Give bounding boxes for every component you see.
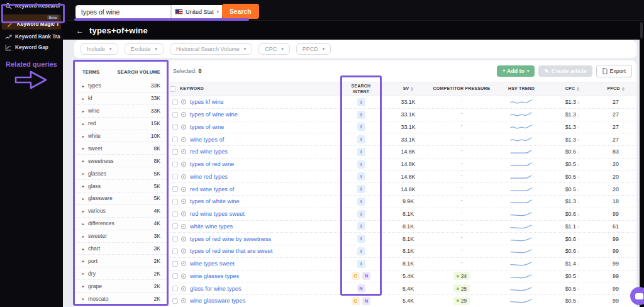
row-checkbox[interactable] xyxy=(172,261,178,267)
sort-icon[interactable] xyxy=(622,87,625,91)
row-checkbox[interactable] xyxy=(172,236,178,242)
term-row[interactable]: ▸wine33K xyxy=(74,105,168,118)
term-row[interactable]: ▸grape2K xyxy=(74,280,168,293)
keyword-link[interactable]: wine red types xyxy=(190,174,228,180)
expand-triangle-icon[interactable]: ▸ xyxy=(82,284,84,288)
sidebar-item-keyword-rank-trac[interactable]: Keyword Rank Trac... xyxy=(0,32,63,42)
keyword-link[interactable]: types of red wine by sweetness xyxy=(190,236,271,242)
target-icon[interactable] xyxy=(181,125,186,130)
filter-pill-include[interactable]: Include▾ xyxy=(80,43,118,55)
expand-triangle-icon[interactable]: ▸ xyxy=(82,209,84,213)
expand-triangle-icon[interactable]: ▸ xyxy=(82,146,84,150)
expand-triangle-icon[interactable]: ▸ xyxy=(82,247,84,251)
term-row[interactable]: ▸port2K xyxy=(74,255,168,267)
expand-triangle-icon[interactable]: ▸ xyxy=(82,159,84,163)
target-icon[interactable] xyxy=(181,286,186,291)
keyword-search-input[interactable] xyxy=(75,5,171,19)
keyword-link[interactable]: types of white wine xyxy=(190,198,240,204)
target-icon[interactable] xyxy=(181,149,186,154)
filter-pill-ppcd[interactable]: PPCD▾ xyxy=(296,43,331,55)
term-row[interactable]: ▸kf33K xyxy=(74,92,168,105)
row-checkbox[interactable] xyxy=(172,124,178,130)
term-row[interactable]: ▸sweet8K xyxy=(74,142,168,155)
keyword-link[interactable]: white wine types xyxy=(190,223,233,230)
row-checkbox[interactable] xyxy=(172,99,178,105)
competitor-pressure-column-header[interactable]: COMPETITOR PRESSURE xyxy=(430,86,493,91)
term-row[interactable]: ▸various4K xyxy=(74,205,168,218)
expand-triangle-icon[interactable]: ▸ xyxy=(82,96,84,101)
ppcd-column-header[interactable]: PPCD xyxy=(595,86,636,91)
row-checkbox[interactable] xyxy=(172,286,178,291)
row-checkbox[interactable] xyxy=(172,137,178,142)
sort-icon[interactable] xyxy=(411,87,413,91)
target-icon[interactable] xyxy=(181,137,186,142)
cpc-column-header[interactable]: CPC xyxy=(550,86,595,91)
expand-triangle-icon[interactable]: ▸ xyxy=(82,259,84,263)
target-icon[interactable] xyxy=(181,199,186,204)
sidebar-collapse-icon[interactable]: ‹ xyxy=(59,1,61,7)
expand-triangle-icon[interactable]: ▸ xyxy=(82,196,84,201)
country-selector[interactable]: United States ▾ xyxy=(171,5,222,19)
expand-triangle-icon[interactable]: ▸ xyxy=(82,221,84,226)
term-row[interactable]: ▸white10K xyxy=(74,130,168,143)
term-row[interactable]: ▸glass5K xyxy=(74,180,168,193)
term-row[interactable]: ▸dry2K xyxy=(74,267,168,280)
keyword-column-header[interactable]: KEYWORD xyxy=(180,86,336,91)
row-checkbox[interactable] xyxy=(172,199,178,204)
filter-pill-exclude[interactable]: Exclude▾ xyxy=(125,43,164,55)
row-checkbox[interactable] xyxy=(172,273,178,279)
add-to-button[interactable]: + Add to▾ xyxy=(497,65,535,77)
keyword-link[interactable]: types kf wine xyxy=(190,99,224,105)
keyword-link[interactable]: types of red wine xyxy=(190,161,234,167)
target-icon[interactable] xyxy=(181,99,186,104)
hsv-trend-column-header[interactable]: HSV TREND xyxy=(493,86,550,91)
expand-triangle-icon[interactable]: ▸ xyxy=(82,184,84,188)
filter-pill-cpc[interactable]: CPC▾ xyxy=(258,43,290,55)
term-row[interactable]: ▸sweetness8K xyxy=(74,155,168,167)
create-article-button[interactable]: ✎ Create article xyxy=(538,65,592,77)
term-row[interactable]: ▸chart3K xyxy=(74,243,168,255)
expand-triangle-icon[interactable]: ▸ xyxy=(82,271,84,276)
keyword-link[interactable]: glass for wine types xyxy=(190,286,242,292)
keyword-link[interactable]: types of wine xyxy=(190,124,224,130)
expand-triangle-icon[interactable]: ▸ xyxy=(82,121,84,126)
expand-triangle-icon[interactable]: ▸ xyxy=(82,84,84,88)
target-icon[interactable] xyxy=(181,112,186,117)
term-row[interactable]: ▸red15K xyxy=(74,118,168,130)
target-icon[interactable] xyxy=(181,162,186,167)
sidebar-item-keyword-magic-tool[interactable]: Keyword Magic ToolBeta xyxy=(2,14,61,30)
expand-triangle-icon[interactable]: ▸ xyxy=(82,134,84,138)
search-intent-column-header[interactable]: SEARCHINTENT xyxy=(336,84,386,94)
chat-widget-button[interactable] xyxy=(630,287,644,305)
target-icon[interactable] xyxy=(181,298,186,303)
keyword-link[interactable]: wine types sweet xyxy=(190,260,235,267)
keyword-link[interactable]: wine glasses types xyxy=(190,273,239,279)
search-button[interactable]: Search xyxy=(222,4,259,19)
row-checkbox[interactable] xyxy=(172,149,178,155)
sort-icon[interactable] xyxy=(577,87,579,91)
scrollbar-thumb[interactable] xyxy=(640,22,643,38)
keyword-link[interactable]: red wine types xyxy=(190,148,228,155)
row-checkbox[interactable] xyxy=(172,162,178,167)
keyword-link[interactable]: red wine types sweet xyxy=(190,211,245,217)
row-checkbox[interactable] xyxy=(172,211,178,217)
keyword-link[interactable]: wine types of xyxy=(190,137,224,143)
filter-pill-historical-search-volume[interactable]: Historical Search Volume▾ xyxy=(170,43,252,55)
keyword-link[interactable]: red wine types of xyxy=(190,186,234,193)
term-row[interactable]: ▸differences4K xyxy=(74,218,168,230)
back-arrow-icon[interactable]: ← xyxy=(76,26,84,35)
row-checkbox[interactable] xyxy=(172,174,178,179)
term-row[interactable]: ▸sweeter3K xyxy=(74,230,168,243)
expand-triangle-icon[interactable]: ▸ xyxy=(82,171,84,176)
term-row[interactable]: ▸moscato2K xyxy=(74,293,168,305)
target-icon[interactable] xyxy=(181,274,186,279)
row-checkbox[interactable] xyxy=(172,112,178,118)
term-row[interactable]: ▸glasses5K xyxy=(74,167,168,180)
target-icon[interactable] xyxy=(181,174,186,179)
target-icon[interactable] xyxy=(181,224,186,229)
keyword-link[interactable]: types of red wine that are sweet xyxy=(190,248,272,254)
row-checkbox[interactable] xyxy=(172,223,178,229)
keyword-link[interactable]: wine glassware types xyxy=(190,298,245,304)
term-row[interactable]: ▸types33K xyxy=(74,80,168,92)
target-icon[interactable] xyxy=(181,248,186,254)
